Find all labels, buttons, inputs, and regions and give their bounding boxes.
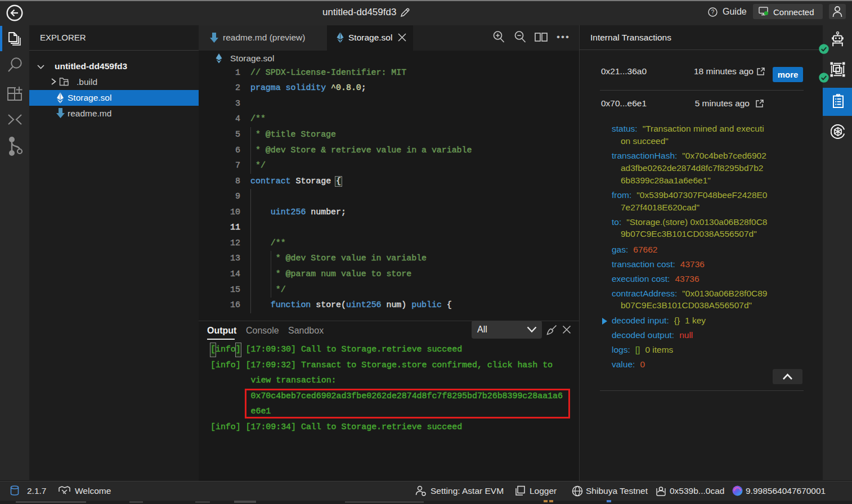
svg-text:?: ? <box>711 9 715 15</box>
